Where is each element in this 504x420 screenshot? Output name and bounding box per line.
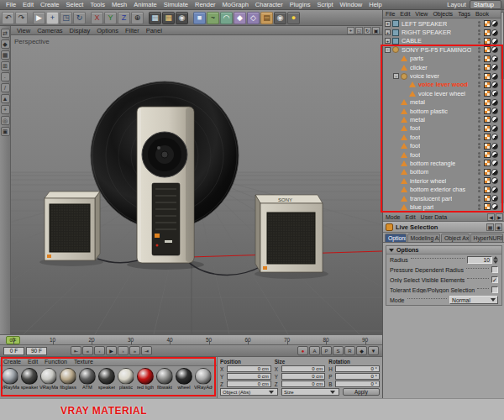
menu-file[interactable]: File (3, 1, 19, 8)
menu-mograph[interactable]: MoGraph (219, 1, 252, 8)
snap-icon[interactable]: ◎ (1, 116, 10, 125)
enable-axis-icon[interactable]: + (1, 105, 10, 114)
object-row[interactable]: blue part (383, 202, 504, 211)
apply-button[interactable]: Apply (343, 388, 380, 396)
platter-puck[interactable] (142, 132, 187, 177)
am-menu-edit[interactable]: Edit (403, 214, 418, 220)
expand-icon[interactable]: + (385, 21, 391, 27)
texture-tag-icon[interactable] (484, 160, 491, 166)
material-preview-sphere[interactable] (156, 368, 173, 385)
visibility-dot-editor[interactable] (478, 196, 480, 198)
material-preview-sphere[interactable] (40, 368, 57, 385)
texture-tag-icon[interactable] (484, 143, 491, 150)
coordinate-system-icon[interactable]: ⊕ (131, 12, 144, 24)
setting-checkbox[interactable] (491, 266, 498, 273)
visibility-dot-editor[interactable] (478, 169, 480, 171)
phong-tag-icon[interactable] (491, 90, 498, 97)
phong-tag-icon[interactable] (491, 108, 498, 114)
menu-animate[interactable]: Animate (130, 1, 160, 8)
object-manager-scrollbar[interactable] (501, 10, 504, 203)
texture-tag-icon[interactable] (484, 203, 491, 210)
object-name[interactable]: parts (410, 55, 423, 62)
menu-edit[interactable]: Edit (19, 1, 37, 8)
material-preview-sphere[interactable] (137, 368, 154, 385)
menu-mesh[interactable]: Mesh (108, 1, 130, 8)
menu-window[interactable]: Window (337, 1, 366, 8)
visibility-dot-render[interactable] (478, 59, 480, 61)
object-name[interactable]: foot (410, 134, 420, 141)
am-back-icon[interactable]: ◀ (487, 213, 495, 221)
object-row[interactable]: voice lever wheel (383, 89, 504, 97)
playback-settings-button[interactable]: ▼ (368, 346, 379, 355)
material-preview-sphere[interactable] (176, 368, 192, 385)
texture-tag-icon[interactable] (484, 108, 491, 114)
coordinate-field[interactable]: 0 cm (281, 365, 326, 372)
visibility-dot-editor[interactable] (478, 143, 480, 145)
menu-select[interactable]: Select (63, 1, 87, 8)
make-editable-icon[interactable]: ⇄ (1, 29, 10, 38)
visibility-dot-render[interactable] (478, 172, 480, 175)
object-name[interactable]: metal (410, 98, 425, 106)
object-name[interactable]: SONY PS-F5 FLAMINGO (402, 46, 471, 54)
viewport-menu-panel[interactable]: Panel (143, 27, 165, 34)
x-axis-lock-icon[interactable]: X (91, 12, 103, 24)
render-picture-viewer-icon[interactable]: ▦ (162, 12, 175, 24)
visibility-dot-render[interactable] (478, 146, 480, 149)
visibility-dot-render[interactable] (478, 129, 480, 131)
phong-tag-icon[interactable] (491, 46, 498, 53)
coordinate-field[interactable]: 0 cm (281, 373, 326, 380)
visibility-dot-render[interactable] (478, 85, 480, 87)
object-name[interactable]: clicker (410, 64, 428, 71)
coordinate-field[interactable]: 0 cm (227, 373, 271, 380)
visibility-dot-editor[interactable] (478, 117, 480, 119)
viewport-zoom-icon[interactable]: ◱ (355, 27, 363, 34)
coordinate-field[interactable]: 0 ° (335, 373, 380, 380)
lock-icon[interactable]: ◉ (495, 223, 502, 231)
phong-tag-icon[interactable] (491, 38, 498, 45)
material-preview-sphere[interactable] (79, 368, 96, 385)
menu-render[interactable]: Render (192, 1, 219, 8)
visibility-dot-render[interactable] (478, 68, 480, 71)
texture-tag-icon[interactable] (484, 177, 491, 184)
visibility-dot-render[interactable] (478, 76, 480, 79)
coordinate-size-select[interactable]: Size (281, 388, 339, 396)
phong-tag-icon[interactable] (491, 99, 498, 106)
material-item[interactable]: speaker (97, 368, 116, 390)
object-row[interactable]: foot (383, 124, 504, 133)
texture-tag-icon[interactable] (484, 55, 491, 62)
menu-create[interactable]: Create (37, 1, 63, 8)
material-item[interactable]: wheel (175, 368, 193, 390)
phong-tag-icon[interactable] (491, 125, 498, 132)
object-row[interactable]: -SONY PS-F5 FLAMINGO (383, 45, 504, 54)
add-modeling-icon[interactable]: ◆ (234, 12, 246, 24)
material-preview-sphere[interactable] (195, 368, 212, 385)
visibility-dot-editor[interactable] (478, 125, 480, 128)
object-name[interactable]: bottom (410, 168, 428, 176)
tab-hypernurbs[interactable]: HyperNURBS (470, 234, 503, 242)
visibility-dot-editor[interactable] (478, 38, 480, 40)
object-name[interactable]: voice lever wood (418, 81, 468, 88)
add-deformer-icon[interactable]: ◇ (247, 12, 260, 24)
object-name[interactable]: bottom exterior chas (410, 186, 465, 193)
menu-simulate[interactable]: Simulate (160, 1, 192, 8)
visibility-dot-editor[interactable] (478, 160, 480, 163)
coordinate-field[interactable]: 0 cm (227, 365, 271, 372)
model-mode-icon[interactable]: ◆ (1, 39, 10, 49)
autokey-button[interactable]: A (309, 346, 320, 355)
edges-mode-icon[interactable]: / (1, 83, 10, 92)
collapse-icon[interactable]: - (385, 47, 391, 53)
visibility-dot-render[interactable] (478, 50, 480, 53)
add-primitive-icon[interactable]: ■ (193, 12, 206, 24)
object-row[interactable]: foot (383, 133, 504, 141)
texture-tag-icon[interactable] (484, 90, 491, 97)
scale-tool-icon[interactable]: ◳ (60, 12, 72, 24)
material-item[interactable]: VRayMat (39, 368, 58, 390)
material-menu-function[interactable]: Function (41, 359, 71, 365)
spinner-down-icon[interactable] (493, 260, 498, 264)
object-name[interactable]: foot (410, 151, 420, 159)
om-menu-view[interactable]: View (412, 11, 430, 17)
viewport-toggle-icon[interactable]: ▣ (372, 27, 380, 34)
material-item[interactable]: speaker (20, 368, 39, 390)
viewport-menu-view[interactable]: View (13, 27, 34, 34)
live-selection-icon[interactable]: ▶ (33, 12, 45, 24)
